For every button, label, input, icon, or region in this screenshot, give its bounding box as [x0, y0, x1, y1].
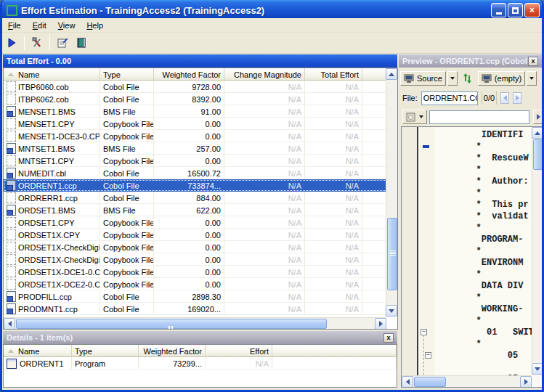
- doc-dotted: [7, 217, 16, 228]
- scroll-up-button[interactable]: [386, 68, 397, 80]
- go-button[interactable]: [533, 110, 544, 124]
- scroll-thumb[interactable]: [533, 139, 543, 170]
- collapsed-region-icon[interactable]: [423, 145, 429, 148]
- source-dropdown-button[interactable]: [447, 71, 458, 86]
- table-row[interactable]: MNTSET1.CPYCopybook File0.00N/AN/A: [4, 155, 397, 167]
- chevron-down-icon: [450, 77, 455, 80]
- doc-solid: [7, 143, 16, 154]
- table-row[interactable]: PRODMNT1.ccpCobol File169020...N/AN/A: [4, 303, 397, 315]
- program-icon: [7, 359, 17, 369]
- minimize-button[interactable]: [491, 3, 506, 17]
- scroll-right-button[interactable]: [375, 318, 386, 330]
- details-column-header-weighted-factor[interactable]: Weighted Factor: [139, 345, 206, 357]
- notebook-icon: [76, 37, 87, 49]
- table-row[interactable]: ORDSET1X.CPYCopybook File0.00N/AN/A: [4, 229, 397, 241]
- scroll-left-button[interactable]: [402, 376, 413, 388]
- table-row[interactable]: NUMEDIT.cblCobol File16500.72N/AN/A: [4, 167, 397, 179]
- details-row[interactable]: ORDRENT1Program73299...N/A: [4, 357, 397, 369]
- source-button[interactable]: Source: [400, 71, 446, 86]
- scroll-thumb[interactable]: [414, 377, 446, 387]
- scroll-down-button[interactable]: [532, 363, 543, 375]
- report-button[interactable]: [53, 34, 72, 52]
- doc-dotted: [7, 81, 16, 92]
- details-column-header-name[interactable]: Name: [4, 345, 72, 357]
- search-mode-button[interactable]: [402, 110, 427, 124]
- details-close-button[interactable]: x: [383, 333, 394, 343]
- code-line: *: [434, 164, 543, 176]
- empty-dropdown-button[interactable]: [527, 71, 537, 86]
- total-effort-table: NameTypeWeighted FactorChange MagnitudeT…: [3, 68, 398, 330]
- empty-target-button[interactable]: (empty): [478, 71, 525, 86]
- column-header-type[interactable]: Type: [100, 68, 154, 81]
- notebook-button[interactable]: [72, 34, 91, 52]
- maximize-button[interactable]: [508, 3, 523, 17]
- table-row[interactable]: ITBP6062.cobCobol File8392.00N/AN/A: [4, 93, 397, 105]
- code-line: [434, 362, 543, 373]
- code-line: *: [434, 222, 543, 234]
- fold-margin: −−−: [420, 127, 434, 387]
- table-row[interactable]: ORDSET1X-DCE1-0.CPYCopybook File0.00N/AN…: [4, 266, 397, 278]
- table-row[interactable]: ORDSET1X-CheckDigi...Copybook File0.00N/…: [4, 253, 397, 266]
- doc-solid: [7, 168, 16, 179]
- scroll-thumb[interactable]: [387, 218, 397, 290]
- table-header-row: NameTypeWeighted FactorChange MagnitudeT…: [4, 68, 397, 81]
- table-row[interactable]: MNTSET1.BMSBMS File257.00N/AN/A: [4, 142, 397, 155]
- table-row[interactable]: PRODFILL.ccpCobol File2898.30N/AN/A: [4, 290, 397, 303]
- table-row[interactable]: ORDRENT1.ccpCobol File733874...N/AN/A: [4, 179, 397, 192]
- report-icon: [57, 37, 68, 49]
- menu-item-view[interactable]: View: [52, 19, 81, 32]
- scroll-right-button[interactable]: [520, 376, 532, 388]
- column-header-name[interactable]: Name: [4, 68, 100, 81]
- scroll-down-button[interactable]: [386, 305, 397, 317]
- column-header-change-magnitude[interactable]: Change Magnitude: [224, 68, 305, 81]
- details-column-header-effort[interactable]: Effort: [206, 345, 272, 357]
- table-row[interactable]: ITBP6060.cobCobol File9728.00N/AN/A: [4, 81, 397, 93]
- total-effort-panel-header: Total Effort - 0.00: [3, 54, 397, 68]
- code-line: 05: [434, 350, 543, 362]
- table-row[interactable]: MENSET1.BMSBMS File91.00N/AN/A: [4, 105, 397, 118]
- table-row[interactable]: ORDSET1X-CheckDigi...Copybook File0.00N/…: [4, 241, 397, 253]
- table-row[interactable]: MENSET1-DCE3-0.CPYCopybook File0.00N/AN/…: [4, 130, 397, 142]
- run-button[interactable]: [2, 34, 21, 52]
- code-vertical-scrollbar[interactable]: [532, 127, 543, 375]
- table-row[interactable]: ORDSET1.CPYCopybook File0.00N/AN/A: [4, 216, 397, 229]
- file-combobox[interactable]: ORDRENT1.CCP: [421, 91, 478, 105]
- scroll-up-button[interactable]: [532, 127, 543, 139]
- code-line: *: [434, 338, 543, 350]
- prev-match-button[interactable]: [500, 92, 509, 104]
- total-effort-title: Total Effort - 0.00: [7, 57, 71, 65]
- menu-item-file[interactable]: File: [2, 19, 27, 32]
- table-row[interactable]: ORDRERR1.ccpCobol File884.00N/AN/A: [4, 192, 397, 204]
- arrow-up-icon: [535, 131, 540, 135]
- details-body: ORDRENT1Program73299...N/A: [4, 357, 397, 369]
- code-line: 01 SWIT: [434, 327, 543, 338]
- preview-close-button[interactable]: x: [528, 57, 538, 66]
- fold-collapse-icon[interactable]: −: [421, 329, 427, 335]
- scroll-thumb[interactable]: [16, 319, 327, 329]
- fold-collapse-icon[interactable]: −: [425, 352, 431, 359]
- table-horizontal-scrollbar[interactable]: [4, 317, 386, 329]
- table-vertical-scrollbar[interactable]: [386, 68, 397, 317]
- tools-button[interactable]: [28, 34, 46, 52]
- app-icon: [7, 5, 17, 16]
- menu-item-help[interactable]: Help: [81, 19, 109, 32]
- column-header-total-effort[interactable]: Total Effort: [305, 68, 362, 81]
- table-row[interactable]: ORDSET1X-DCE2-0.CPYCopybook File0.00N/AN…: [4, 278, 397, 290]
- table-row[interactable]: MENSET1.CPYCopybook File0.00N/AN/A: [4, 118, 397, 130]
- details-column-header-type[interactable]: Type: [72, 345, 139, 357]
- column-header-weighted-factor[interactable]: Weighted Factor: [154, 68, 224, 81]
- titlebar[interactable]: Effort Estimation - TrainingAccess2 (Tra…: [0, 0, 544, 20]
- refresh-icon[interactable]: [462, 73, 474, 84]
- scroll-left-button[interactable]: [4, 318, 15, 330]
- menu-item-edit[interactable]: Edit: [27, 19, 52, 32]
- code-horizontal-scrollbar[interactable]: [402, 375, 532, 387]
- close-button[interactable]: ×: [524, 3, 540, 17]
- table-row[interactable]: ORDSET1.BMSBMS File622.00N/AN/A: [4, 204, 397, 216]
- code-line: *: [434, 315, 543, 327]
- search-input[interactable]: [429, 110, 529, 124]
- code-line: *: [434, 141, 543, 152]
- code-line: IDENTIFI: [434, 129, 543, 141]
- code-viewer: −−− IDENTIFI * * RescueW * * Author: * *…: [401, 126, 544, 388]
- code-line: ENVIRONM: [434, 257, 543, 269]
- next-match-button[interactable]: [513, 92, 521, 104]
